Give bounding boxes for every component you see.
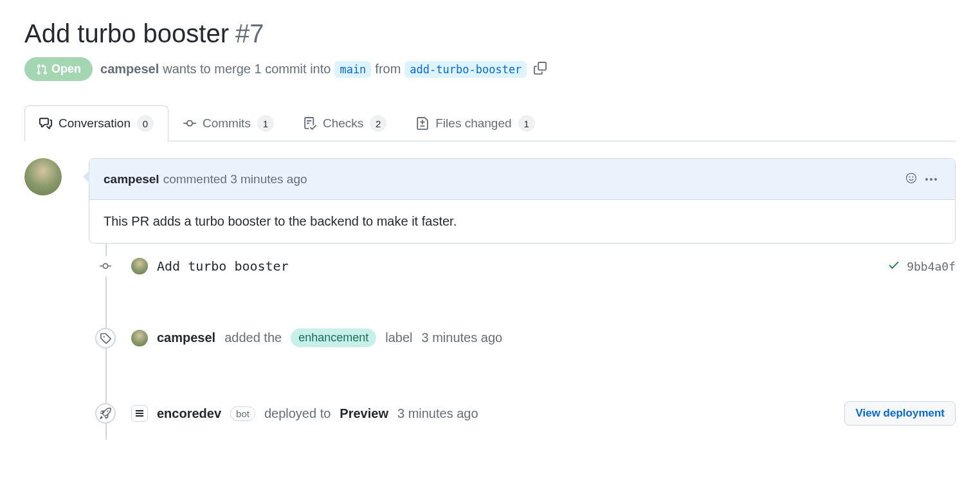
bot-avatar[interactable] [131,405,148,422]
smiley-icon [905,172,918,184]
tab-commits[interactable]: Commits 1 [168,105,289,141]
deploy-event: encoredev bot deployed to Preview 3 minu… [89,387,956,440]
conversation-count: 0 [137,115,154,132]
merge-summary: campesel wants to merge 1 commit into ma… [100,59,550,80]
pr-author[interactable]: campesel [100,62,159,76]
state-badge: Open [24,57,93,81]
check-icon[interactable] [887,258,900,274]
comment-time[interactable]: 3 minutes ago [230,172,307,186]
git-pull-request-icon [36,64,48,75]
head-branch[interactable]: add-turbo-booster [404,61,527,78]
pr-title-row: Add turbo booster #7 [24,19,956,48]
bot-badge: bot [230,406,255,421]
kebab-icon [925,178,937,181]
avatar[interactable] [131,258,148,274]
commits-count: 1 [257,115,274,132]
state-label: Open [51,62,81,76]
deploy-marker [95,403,116,424]
avatar[interactable] [24,158,62,195]
file-diff-icon [416,117,429,130]
git-commit-icon [100,260,111,272]
commit-sha[interactable]: 9bb4a0f [907,260,956,273]
comment-menu-button[interactable] [921,174,941,184]
deploy-env: Preview [340,406,388,421]
label-actor[interactable]: campesel [157,330,215,345]
tab-checks[interactable]: Checks 2 [289,105,401,141]
git-commit-icon [183,117,196,130]
base-branch[interactable]: main [334,61,371,78]
comment-header: campesel commented 3 minutes ago [89,159,955,200]
add-reaction-button[interactable] [901,168,921,190]
events: Add turbo booster 9bb4a0f campesel added… [89,244,956,440]
tab-conversation[interactable]: Conversation 0 [24,105,168,141]
svg-point-0 [907,174,916,183]
svg-point-1 [909,177,910,177]
deploy-actor[interactable]: encoredev [157,406,221,421]
encore-logo-icon [134,408,145,419]
pr-meta-row: Open campesel wants to merge 1 commit in… [24,57,956,81]
copy-branch-button[interactable] [531,59,550,80]
checks-count: 2 [370,115,386,132]
tag-icon [100,332,111,344]
label-marker [95,328,116,348]
label-event: campesel added the enhancement label 3 m… [89,314,956,361]
comment-box: campesel commented 3 minutes ago This PR… [89,158,956,244]
pr-title: Add turbo booster [24,19,229,48]
commit-message[interactable]: Add turbo booster [157,258,289,274]
deploy-time[interactable]: 3 minutes ago [397,406,478,421]
svg-point-2 [912,177,913,177]
avatar[interactable] [131,330,148,346]
label-time[interactable]: 3 minutes ago [422,330,503,345]
copy-icon [534,62,547,75]
checklist-icon [304,117,316,130]
timeline: campesel commented 3 minutes ago This PR… [24,158,956,440]
pr-tabs: Conversation 0 Commits 1 Checks 2 Files … [24,105,956,141]
view-deployment-button[interactable]: View deployment [844,401,956,426]
pr-number: #7 [235,19,264,48]
files-count: 1 [518,115,535,132]
tab-files-changed[interactable]: Files changed 1 [401,105,549,141]
label-chip[interactable]: enhancement [291,328,376,347]
commit-marker [95,256,116,276]
comment-discussion-icon [39,117,52,130]
rocket-icon [100,408,111,419]
comment-body: This PR adds a turbo booster to the back… [89,200,955,243]
commit-event: Add turbo booster 9bb4a0f [89,244,956,289]
comment-author[interactable]: campesel [104,172,159,186]
